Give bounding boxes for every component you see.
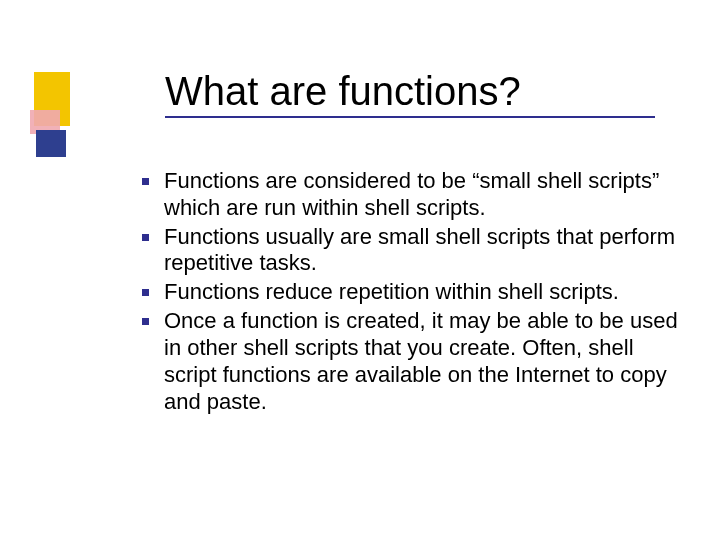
list-item: Once a function is created, it may be ab…: [128, 308, 683, 415]
list-item: Functions usually are small shell script…: [128, 224, 683, 278]
logo-shape-blue: [36, 130, 66, 157]
list-item: Functions are considered to be “small sh…: [128, 168, 683, 222]
title-block: What are functions?: [165, 70, 655, 118]
slide: What are functions? Functions are consid…: [0, 0, 720, 540]
slide-title: What are functions?: [165, 70, 655, 112]
body-block: Functions are considered to be “small sh…: [128, 168, 683, 417]
title-underline: [165, 116, 655, 118]
bullet-list: Functions are considered to be “small sh…: [128, 168, 683, 415]
slide-logo: [30, 72, 74, 157]
list-item: Functions reduce repetition within shell…: [128, 279, 683, 306]
